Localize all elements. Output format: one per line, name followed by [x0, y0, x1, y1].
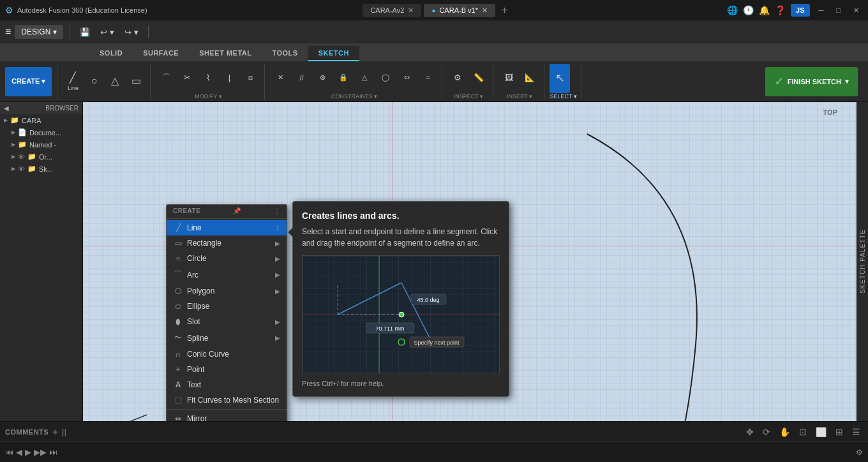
- menu-item-spline[interactable]: 〜 Spline ▶: [167, 329, 287, 346]
- toolbar-area: ≡ DESIGN ▾ 💾 ↩ ▾ ↪ ▾: [0, 20, 868, 43]
- circle-menu-arrow: ▶: [275, 255, 280, 262]
- menu-item-text[interactable]: A Text: [167, 377, 287, 392]
- tab-cara-a-close[interactable]: ✕: [408, 6, 414, 15]
- browser-item-named[interactable]: ▶ 📁 Named -: [0, 138, 82, 151]
- titlebar-left: ⚙ Autodesk Fusion 360 (Education License…: [5, 5, 147, 15]
- rect-menu-icon: ▭: [173, 239, 183, 248]
- svg-text:45.0 deg: 45.0 deg: [417, 297, 439, 303]
- line-btn[interactable]: ╱Line: [63, 67, 83, 96]
- close-button[interactable]: ✕: [849, 5, 863, 16]
- menu-item-point[interactable]: + Point: [167, 362, 287, 377]
- insert-image-btn[interactable]: 🖼: [498, 64, 519, 93]
- playback-last-btn[interactable]: ⏭: [49, 447, 57, 457]
- menu-item-ellipse[interactable]: ⬭ Ellipse: [167, 299, 287, 314]
- coincident-btn[interactable]: ✕: [270, 64, 290, 93]
- comment-collapse-btn[interactable]: ||: [62, 428, 67, 436]
- add-comment-btn[interactable]: +: [52, 427, 58, 437]
- finish-sketch-button[interactable]: ✓ FINISH SKETCH ▾: [765, 67, 858, 96]
- fillet-btn[interactable]: ⌒: [156, 64, 176, 93]
- design-button[interactable]: DESIGN ▾: [15, 25, 63, 39]
- undo-button[interactable]: ↩ ▾: [97, 26, 117, 39]
- menu-item-circle[interactable]: ○ Circle ▶: [167, 251, 287, 266]
- orbit-tool-btn[interactable]: ⟳: [760, 426, 773, 438]
- help-icon[interactable]: ❓: [775, 5, 786, 15]
- redo-button[interactable]: ↪ ▾: [121, 26, 142, 39]
- svg-text:Specify next point: Specify next point: [414, 339, 460, 346]
- create-menu-pin[interactable]: 📌: [233, 207, 241, 214]
- tab-cara-b-close[interactable]: ✕: [482, 6, 488, 15]
- menu-item-mirror[interactable]: ⇔ Mirror: [167, 411, 287, 421]
- menu-item-conic[interactable]: ∩ Conic Curve: [167, 346, 287, 362]
- comments-section[interactable]: COMMENTS + ||: [5, 427, 67, 437]
- create-menu-more[interactable]: ⋮: [274, 207, 281, 214]
- playback-next-btn[interactable]: ▶▶: [34, 447, 47, 457]
- sketch-circle-btn[interactable]: ○: [84, 67, 104, 96]
- design-label: DESIGN: [21, 27, 50, 36]
- canvas-area[interactable]: TOP CREATE 📌 ⋮ ╱ Line L ▭ Rect: [83, 102, 857, 421]
- playback-prev-btn[interactable]: ◀: [16, 447, 22, 457]
- svg-text:70.711 mm: 70.711 mm: [375, 325, 404, 332]
- expand-arrow-named: ▶: [11, 142, 15, 147]
- menu-item-line[interactable]: ╱ Line L: [167, 220, 287, 235]
- equal-btn[interactable]: =: [417, 64, 438, 93]
- select-btn[interactable]: ↖: [550, 64, 570, 93]
- save-button[interactable]: 💾: [77, 26, 93, 39]
- menu-item-arc[interactable]: ⌒ Arc ▶: [167, 266, 287, 283]
- menu-item-rectangle[interactable]: ▭ Rectangle ▶: [167, 235, 287, 251]
- mirror-c-btn[interactable]: ⇔: [396, 64, 417, 93]
- folder-icon: 📁: [10, 116, 19, 124]
- maximize-button[interactable]: □: [832, 5, 844, 15]
- grid-btn[interactable]: ⊞: [833, 426, 846, 438]
- zoom-fit-btn[interactable]: ⊡: [797, 426, 809, 438]
- triangle-btn[interactable]: △: [354, 64, 375, 93]
- trim-btn[interactable]: ✂: [177, 64, 197, 93]
- browser-item-sketch[interactable]: ▶ 👁 📁 Sk...: [0, 163, 82, 175]
- arc-menu-label: Arc: [187, 271, 271, 279]
- tab-sketch[interactable]: SKETCH: [308, 46, 359, 61]
- break-btn[interactable]: |: [219, 64, 239, 93]
- tab-cara-b[interactable]: ● CARA-B v1* ✕: [424, 4, 495, 17]
- browser-item-origin[interactable]: ▶ 👁 📁 Or...: [0, 151, 82, 163]
- conic-menu-icon: ∩: [173, 350, 183, 359]
- create-dropdown-button[interactable]: CREATE ▾: [5, 67, 52, 96]
- menu-item-polygon[interactable]: ⬡ Polygon ▶: [167, 283, 287, 299]
- tab-sheet-metal[interactable]: SHEET METAL: [189, 46, 262, 61]
- tab-tools[interactable]: TOOLS: [262, 46, 308, 61]
- minimize-button[interactable]: ─: [815, 5, 828, 15]
- menu-separator-mid: [167, 409, 287, 410]
- tab-surface[interactable]: SURFACE: [133, 46, 189, 61]
- expand-arrow: ▶: [4, 117, 8, 123]
- sketch-tri-btn[interactable]: △: [105, 67, 125, 96]
- view-cube-btn[interactable]: ⬜: [813, 426, 829, 438]
- measure-btn[interactable]: 📏: [468, 64, 489, 93]
- browser-item-document[interactable]: ▶ 📄 Docume...: [0, 126, 82, 138]
- tab-cara-a[interactable]: CARA-Av2 ✕: [363, 4, 421, 17]
- menu-item-fit-curves[interactable]: ⬚ Fit Curves to Mesh Section: [167, 392, 287, 408]
- inspect-btn[interactable]: ⚙: [447, 64, 468, 93]
- insert-dxf-btn[interactable]: 📐: [520, 64, 540, 93]
- browser-item-cara[interactable]: ▶ 📁 CARA: [0, 114, 82, 126]
- new-tab-btn[interactable]: +: [498, 4, 511, 16]
- menu-item-slot[interactable]: ⬮ Slot ▶: [167, 314, 287, 329]
- extend-btn[interactable]: ⌇: [198, 64, 218, 93]
- profile-button[interactable]: JS: [791, 4, 809, 17]
- tab-cara-b-label: CARA-B v1*: [439, 6, 478, 14]
- sketch-offset-btn[interactable]: ⧈: [240, 64, 260, 93]
- lock-btn[interactable]: 🔒: [333, 64, 354, 93]
- move-tool-btn[interactable]: ✥: [744, 426, 756, 438]
- sketch-rect-btn[interactable]: ▭: [126, 67, 146, 96]
- tangent-btn[interactable]: ⊗: [312, 64, 333, 93]
- app-menu-icon[interactable]: ≡: [5, 26, 11, 38]
- pan-tool-btn[interactable]: ✋: [777, 426, 793, 438]
- collinear-btn[interactable]: //: [291, 64, 311, 93]
- tab-solid[interactable]: SOLID: [89, 46, 133, 61]
- display-settings-btn[interactable]: ☰: [849, 426, 863, 438]
- bell-icon[interactable]: 🔔: [759, 5, 770, 15]
- playback-play-btn[interactable]: ▶: [25, 447, 31, 457]
- circle-c-btn[interactable]: ◯: [375, 64, 396, 93]
- settings-cog-btn[interactable]: ⚙: [856, 448, 863, 457]
- globe-icon[interactable]: 🌐: [727, 5, 738, 15]
- playback-first-btn[interactable]: ⏮: [5, 447, 13, 457]
- browser-header[interactable]: ◀ BROWSER: [0, 102, 82, 114]
- clock-icon[interactable]: 🕐: [743, 5, 754, 15]
